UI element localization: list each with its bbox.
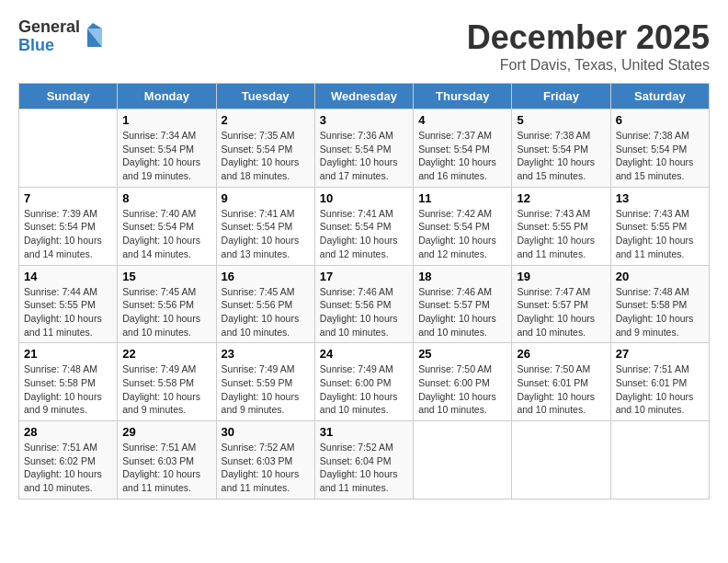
day-number: 9 xyxy=(222,191,310,205)
day-number: 5 xyxy=(517,113,605,127)
week-row-5: 28Sunrise: 7:51 AM Sunset: 6:02 PM Dayli… xyxy=(19,421,710,500)
day-info: Sunrise: 7:41 AM Sunset: 5:54 PM Dayligh… xyxy=(222,207,310,261)
logo-general-text: General xyxy=(18,18,80,37)
day-number: 18 xyxy=(418,270,506,283)
column-header-tuesday: Tuesday xyxy=(216,84,314,109)
calendar-cell: 9Sunrise: 7:41 AM Sunset: 5:54 PM Daylig… xyxy=(216,187,314,265)
day-number: 17 xyxy=(320,270,408,283)
day-number: 2 xyxy=(222,113,310,127)
day-number: 27 xyxy=(616,347,704,361)
day-number: 28 xyxy=(24,425,112,439)
subtitle: Fort Davis, Texas, United States xyxy=(467,57,710,74)
calendar-cell: 17Sunrise: 7:46 AM Sunset: 5:56 PM Dayli… xyxy=(314,265,413,343)
calendar-cell: 13Sunrise: 7:43 AM Sunset: 5:55 PM Dayli… xyxy=(610,187,709,265)
day-info: Sunrise: 7:40 AM Sunset: 5:54 PM Dayligh… xyxy=(122,207,210,261)
day-info: Sunrise: 7:51 AM Sunset: 6:03 PM Dayligh… xyxy=(122,441,210,495)
calendar-cell: 16Sunrise: 7:45 AM Sunset: 5:56 PM Dayli… xyxy=(216,265,314,343)
calendar-cell xyxy=(414,421,512,500)
day-info: Sunrise: 7:43 AM Sunset: 5:55 PM Dayligh… xyxy=(517,207,605,261)
calendar-table: SundayMondayTuesdayWednesdayThursdayFrid… xyxy=(18,83,710,500)
day-number: 3 xyxy=(320,113,408,127)
day-info: Sunrise: 7:46 AM Sunset: 5:56 PM Dayligh… xyxy=(320,285,408,339)
calendar-cell: 20Sunrise: 7:48 AM Sunset: 5:58 PM Dayli… xyxy=(610,265,709,343)
day-info: Sunrise: 7:34 AM Sunset: 5:54 PM Dayligh… xyxy=(122,129,210,183)
column-header-sunday: Sunday xyxy=(19,84,118,109)
day-info: Sunrise: 7:38 AM Sunset: 5:54 PM Dayligh… xyxy=(517,129,605,183)
calendar-cell: 24Sunrise: 7:49 AM Sunset: 6:00 PM Dayli… xyxy=(314,343,413,421)
day-number: 25 xyxy=(418,347,506,361)
day-info: Sunrise: 7:49 AM Sunset: 5:59 PM Dayligh… xyxy=(222,362,310,417)
day-info: Sunrise: 7:41 AM Sunset: 5:54 PM Dayligh… xyxy=(320,207,408,261)
week-row-4: 21Sunrise: 7:48 AM Sunset: 5:58 PM Dayli… xyxy=(19,343,710,421)
day-number: 15 xyxy=(122,270,210,283)
day-info: Sunrise: 7:43 AM Sunset: 5:55 PM Dayligh… xyxy=(616,207,704,261)
calendar-cell: 4Sunrise: 7:37 AM Sunset: 5:54 PM Daylig… xyxy=(414,109,512,188)
column-header-saturday: Saturday xyxy=(610,84,709,109)
calendar-cell: 12Sunrise: 7:43 AM Sunset: 5:55 PM Dayli… xyxy=(512,187,610,265)
calendar-cell: 31Sunrise: 7:52 AM Sunset: 6:04 PM Dayli… xyxy=(314,421,413,500)
calendar-cell: 15Sunrise: 7:45 AM Sunset: 5:56 PM Dayli… xyxy=(118,265,216,343)
day-info: Sunrise: 7:52 AM Sunset: 6:04 PM Dayligh… xyxy=(320,441,408,495)
week-row-1: 1Sunrise: 7:34 AM Sunset: 5:54 PM Daylig… xyxy=(19,109,710,188)
day-number: 4 xyxy=(418,113,506,127)
calendar-cell: 7Sunrise: 7:39 AM Sunset: 5:54 PM Daylig… xyxy=(19,187,118,265)
title-block: December 2025 Fort Davis, Texas, United … xyxy=(467,18,710,74)
day-number: 7 xyxy=(24,191,112,205)
day-info: Sunrise: 7:42 AM Sunset: 5:54 PM Dayligh… xyxy=(418,207,506,261)
day-info: Sunrise: 7:39 AM Sunset: 5:54 PM Dayligh… xyxy=(24,207,112,261)
calendar-cell xyxy=(512,421,610,500)
column-header-thursday: Thursday xyxy=(414,84,512,109)
day-info: Sunrise: 7:47 AM Sunset: 5:57 PM Dayligh… xyxy=(517,285,605,339)
day-number: 31 xyxy=(320,425,408,439)
day-number: 13 xyxy=(616,191,704,205)
day-info: Sunrise: 7:50 AM Sunset: 6:00 PM Dayligh… xyxy=(418,362,506,417)
logo-blue-text: Blue xyxy=(18,37,80,55)
calendar-cell: 8Sunrise: 7:40 AM Sunset: 5:54 PM Daylig… xyxy=(118,187,216,265)
day-number: 19 xyxy=(517,270,605,283)
day-number: 26 xyxy=(517,347,605,361)
calendar-cell: 25Sunrise: 7:50 AM Sunset: 6:00 PM Dayli… xyxy=(414,343,512,421)
calendar-cell xyxy=(19,109,118,188)
logo: General Blue xyxy=(18,18,106,55)
day-number: 21 xyxy=(24,347,112,361)
day-number: 30 xyxy=(222,425,310,439)
day-number: 14 xyxy=(24,270,112,283)
day-number: 10 xyxy=(320,191,408,205)
calendar-cell: 1Sunrise: 7:34 AM Sunset: 5:54 PM Daylig… xyxy=(118,109,216,188)
calendar-cell: 19Sunrise: 7:47 AM Sunset: 5:57 PM Dayli… xyxy=(512,265,610,343)
day-info: Sunrise: 7:36 AM Sunset: 5:54 PM Dayligh… xyxy=(320,129,408,183)
header-row: SundayMondayTuesdayWednesdayThursdayFrid… xyxy=(19,84,710,109)
day-info: Sunrise: 7:51 AM Sunset: 6:02 PM Dayligh… xyxy=(24,441,112,495)
day-info: Sunrise: 7:45 AM Sunset: 5:56 PM Dayligh… xyxy=(122,285,210,339)
calendar-cell: 3Sunrise: 7:36 AM Sunset: 5:54 PM Daylig… xyxy=(314,109,413,188)
day-number: 29 xyxy=(122,425,210,439)
day-info: Sunrise: 7:44 AM Sunset: 5:55 PM Dayligh… xyxy=(24,285,112,339)
calendar-cell: 5Sunrise: 7:38 AM Sunset: 5:54 PM Daylig… xyxy=(512,109,610,188)
week-row-3: 14Sunrise: 7:44 AM Sunset: 5:55 PM Dayli… xyxy=(19,265,710,343)
calendar-cell: 21Sunrise: 7:48 AM Sunset: 5:58 PM Dayli… xyxy=(19,343,118,421)
calendar-cell: 23Sunrise: 7:49 AM Sunset: 5:59 PM Dayli… xyxy=(216,343,314,421)
week-row-2: 7Sunrise: 7:39 AM Sunset: 5:54 PM Daylig… xyxy=(19,187,710,265)
calendar-cell: 10Sunrise: 7:41 AM Sunset: 5:54 PM Dayli… xyxy=(314,187,413,265)
day-info: Sunrise: 7:49 AM Sunset: 6:00 PM Dayligh… xyxy=(320,362,408,417)
calendar-cell: 11Sunrise: 7:42 AM Sunset: 5:54 PM Dayli… xyxy=(414,187,512,265)
day-number: 12 xyxy=(517,191,605,205)
calendar-cell: 27Sunrise: 7:51 AM Sunset: 6:01 PM Dayli… xyxy=(610,343,709,421)
day-info: Sunrise: 7:48 AM Sunset: 5:58 PM Dayligh… xyxy=(24,362,112,417)
day-info: Sunrise: 7:38 AM Sunset: 5:54 PM Dayligh… xyxy=(616,129,704,183)
day-number: 24 xyxy=(320,347,408,361)
column-header-wednesday: Wednesday xyxy=(314,84,413,109)
calendar-cell: 18Sunrise: 7:46 AM Sunset: 5:57 PM Dayli… xyxy=(414,265,512,343)
day-info: Sunrise: 7:46 AM Sunset: 5:57 PM Dayligh… xyxy=(418,285,506,339)
day-info: Sunrise: 7:45 AM Sunset: 5:56 PM Dayligh… xyxy=(222,285,310,339)
day-info: Sunrise: 7:35 AM Sunset: 5:54 PM Dayligh… xyxy=(222,129,310,183)
day-number: 8 xyxy=(122,191,210,205)
logo-icon xyxy=(84,21,106,52)
day-number: 6 xyxy=(616,113,704,127)
calendar-cell: 6Sunrise: 7:38 AM Sunset: 5:54 PM Daylig… xyxy=(610,109,709,188)
calendar-cell: 28Sunrise: 7:51 AM Sunset: 6:02 PM Dayli… xyxy=(19,421,118,500)
day-info: Sunrise: 7:50 AM Sunset: 6:01 PM Dayligh… xyxy=(517,362,605,417)
page-header: General Blue December 2025 Fort Davis, T… xyxy=(18,18,710,74)
calendar-cell: 29Sunrise: 7:51 AM Sunset: 6:03 PM Dayli… xyxy=(118,421,216,500)
calendar-cell xyxy=(610,421,709,500)
